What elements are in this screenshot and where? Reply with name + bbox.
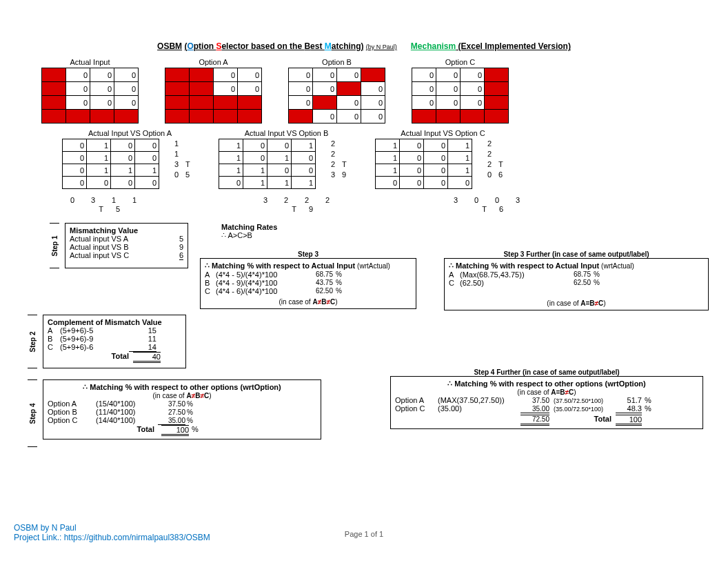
- complement-box: Complement of Mismatch Value A(5+9+6)-51…: [43, 315, 186, 368]
- input-matrices: Actual Input1000100010001111 Option A110…: [41, 58, 714, 124]
- vs-grid-b: 1001101011000111: [219, 139, 316, 189]
- step3-box: ∴ Matching % with respect to Actual Inpu…: [200, 258, 416, 309]
- vs-grid-a: 0100010001110000: [62, 139, 159, 189]
- matrix-b: 0001001001001000: [288, 68, 385, 124]
- page-title: OSBM (Option Selector based on the Best …: [14, 41, 714, 51]
- step4-box: ∴ Matching % with respect to other optio…: [43, 379, 321, 439]
- step3f-box: ∴ Matching % with respect to Actual Inpu…: [444, 258, 709, 310]
- vs-grid-c: 1001100110010000: [375, 139, 472, 189]
- matrix-a: 1100110011111111: [165, 68, 262, 124]
- title-acronym: OSBM: [157, 41, 182, 51]
- step1-label: Step 1: [51, 235, 59, 256]
- vs-matrices: Actual Input VS Option A 010001000111000…: [62, 129, 714, 189]
- step2-label: Step 2: [29, 331, 37, 352]
- mismatch-box: Mismatching Value Actual input VS A5 Act…: [65, 223, 188, 268]
- step4-label: Step 4: [29, 403, 37, 424]
- matrix-actual: 1000100010001111: [41, 68, 139, 124]
- step4f-box: ∴ Matching % with respect to other optio…: [390, 376, 703, 429]
- matrix-c: 0001000100011111: [412, 68, 509, 124]
